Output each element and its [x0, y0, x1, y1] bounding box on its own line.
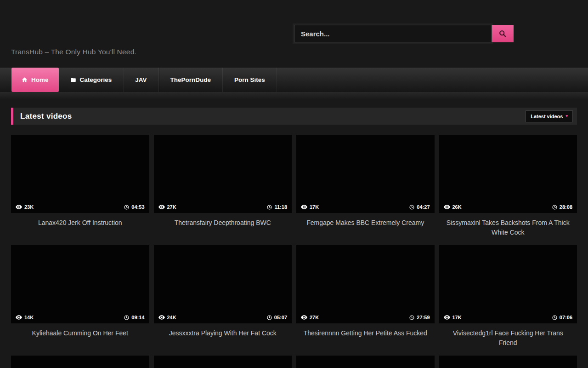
video-thumbnail[interactable]: 24K05:07 [154, 245, 292, 323]
video-card[interactable]: 27K27:59Thesirennnn Getting Her Petite A… [296, 245, 435, 356]
home-icon [22, 77, 28, 83]
video-duration: 11:18 [267, 204, 287, 210]
video-card[interactable]: 14K09:14Kyliehaale Cumming On Her Feet [11, 245, 149, 356]
nav-item-categories[interactable]: Categories [59, 68, 124, 92]
clock-icon [552, 315, 557, 320]
search-input[interactable] [294, 25, 492, 42]
video-card[interactable] [296, 356, 435, 368]
video-duration: 07:06 [552, 315, 572, 320]
search-bar [294, 25, 514, 42]
view-count: 23K [16, 204, 34, 210]
video-meta: 14K09:14 [16, 315, 145, 320]
site-tagline: TransHub – The Only Hub You'll Need. [11, 48, 136, 56]
section-header: Latest videos Latest videos ▾ [11, 108, 577, 125]
eye-icon [301, 205, 307, 209]
nav-item-label: JAV [135, 76, 147, 83]
video-title[interactable]: Thetransfairy Deepthroating BWC [154, 213, 292, 245]
video-thumbnail[interactable] [154, 356, 292, 368]
clock-icon [409, 205, 414, 210]
video-meta: 27K11:18 [158, 204, 288, 210]
search-button[interactable] [492, 25, 514, 42]
video-title[interactable]: Lanax420 Jerk Off Instruction [11, 213, 149, 245]
video-thumbnail[interactable] [439, 356, 577, 368]
video-card[interactable]: 24K05:07Jessxxxtra Playing With Her Fat … [154, 245, 292, 356]
eye-icon [158, 205, 165, 209]
search-icon [499, 30, 507, 38]
site-header: TransHub – The Only Hub You'll Need. [0, 0, 588, 68]
video-thumbnail[interactable]: 27K11:18 [154, 135, 292, 213]
sort-dropdown[interactable]: Latest videos ▾ [526, 110, 573, 122]
main-content: Latest videos Latest videos ▾ 23K04:53La… [0, 108, 588, 368]
video-title[interactable]: Thesirennnn Getting Her Petite Ass Fucke… [296, 323, 435, 356]
eye-icon [301, 315, 307, 320]
video-thumbnail[interactable]: 17K04:27 [296, 135, 435, 213]
clock-icon [124, 315, 129, 320]
video-meta: 24K05:07 [158, 315, 288, 320]
nav-item-porn-sites[interactable]: Porn Sites [223, 68, 277, 92]
video-thumbnail[interactable] [296, 356, 435, 368]
video-title[interactable]: Femgape Makes BBC Extremely Creamy [296, 213, 435, 245]
clock-icon [267, 315, 272, 320]
eye-icon [16, 315, 22, 320]
clock-icon [267, 205, 272, 210]
nav-item-jav[interactable]: JAV [124, 68, 158, 92]
view-count: 27K [301, 315, 319, 320]
video-card[interactable]: 17K04:27Femgape Makes BBC Extremely Crea… [296, 135, 435, 245]
nav-item-label: Categories [80, 76, 112, 83]
video-meta: 23K04:53 [16, 204, 145, 210]
section-title: Latest videos [20, 112, 72, 121]
folder-icon [70, 77, 76, 83]
view-count: 27K [158, 204, 176, 210]
video-title[interactable]: Jessxxxtra Playing With Her Fat Cock [154, 323, 292, 356]
nav-item-label: Porn Sites [234, 76, 265, 83]
video-meta: 17K07:06 [444, 315, 573, 320]
video-meta: 17K04:27 [301, 204, 430, 210]
clock-icon [124, 205, 129, 210]
video-card[interactable]: 23K04:53Lanax420 Jerk Off Instruction [11, 135, 149, 245]
view-count: 17K [444, 315, 462, 320]
video-duration: 27:59 [409, 315, 430, 320]
eye-icon [158, 315, 165, 320]
nav-item-home[interactable]: Home [11, 68, 59, 92]
video-card[interactable]: 17K07:06Vivisectedg1rl Face Fucking Her … [439, 245, 577, 356]
view-count: 26K [444, 204, 462, 210]
eye-icon [16, 205, 22, 209]
video-duration: 09:14 [124, 315, 144, 320]
video-card[interactable] [439, 356, 577, 368]
view-count: 14K [16, 315, 34, 320]
eye-icon [444, 205, 450, 209]
video-card[interactable]: 26K28:08Sissymaxinl Takes Backshots From… [439, 135, 577, 245]
video-thumbnail[interactable]: 26K28:08 [439, 135, 577, 213]
clock-icon [552, 205, 557, 210]
video-card[interactable] [11, 356, 149, 368]
video-duration: 05:07 [267, 315, 287, 320]
chevron-down-icon: ▾ [565, 114, 568, 118]
eye-icon [444, 315, 450, 320]
nav-item-label: Home [31, 76, 49, 83]
video-meta: 27K27:59 [301, 315, 430, 320]
video-duration: 04:27 [409, 204, 430, 210]
video-thumbnail[interactable]: 14K09:14 [11, 245, 149, 323]
video-duration: 28:08 [552, 204, 572, 210]
video-duration: 04:53 [124, 204, 144, 210]
video-title[interactable]: Vivisectedg1rl Face Fucking Her Trans Fr… [439, 323, 577, 356]
video-meta: 26K28:08 [444, 204, 573, 210]
view-count: 24K [158, 315, 176, 320]
nav-item-theporndude[interactable]: ThePornDude [159, 68, 223, 92]
video-card[interactable] [154, 356, 292, 368]
video-thumbnail[interactable]: 27K27:59 [296, 245, 435, 323]
video-grid: 23K04:53Lanax420 Jerk Off Instruction27K… [11, 135, 577, 368]
video-title[interactable]: Sissymaxinl Takes Backshots From A Thick… [439, 213, 577, 245]
sort-dropdown-label: Latest videos [531, 114, 563, 119]
video-thumbnail[interactable] [11, 356, 149, 368]
view-count: 17K [301, 204, 319, 210]
video-thumbnail[interactable]: 23K04:53 [11, 135, 149, 213]
clock-icon [409, 315, 414, 320]
video-card[interactable]: 27K11:18Thetransfairy Deepthroating BWC [154, 135, 292, 245]
video-title[interactable]: Kyliehaale Cumming On Her Feet [11, 323, 149, 356]
video-thumbnail[interactable]: 17K07:06 [439, 245, 577, 323]
main-nav: HomeCategoriesJAVThePornDudePorn Sites [0, 68, 588, 92]
nav-item-label: ThePornDude [170, 76, 211, 83]
